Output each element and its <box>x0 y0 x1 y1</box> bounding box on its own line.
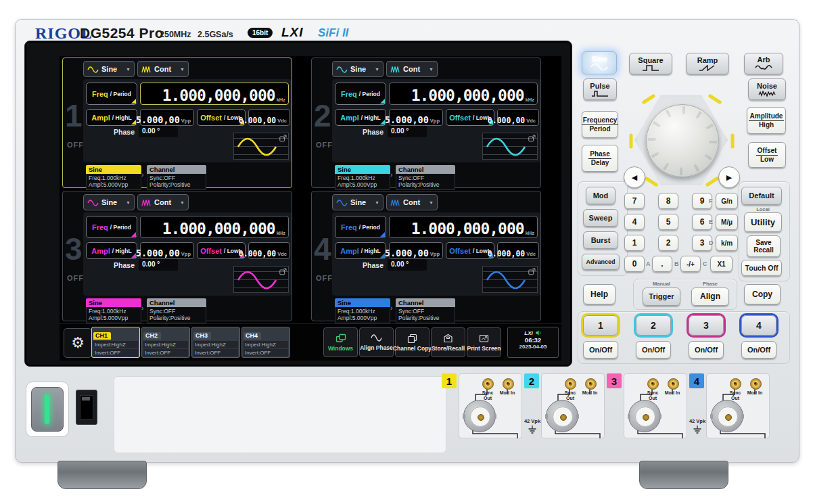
ampl-high-button[interactable]: Ampl / HighL <box>335 109 386 126</box>
cursor-right-button[interactable]: ▶ <box>718 166 740 188</box>
numpad-decimal[interactable]: . <box>652 256 672 272</box>
mode-select-dropdown[interactable]: Cont ▼ <box>137 194 189 210</box>
channel-3-onoff-button[interactable]: On/Off <box>689 341 724 359</box>
unit-mega-micro-key[interactable]: M/µ <box>716 214 738 230</box>
utility-button[interactable]: Utility <box>744 212 782 232</box>
wave-summary-tab[interactable]: Sine Freq:1.000kHz Ampl:5.000Vpp <box>86 165 141 190</box>
help-button[interactable]: Help <box>583 284 615 304</box>
advanced-button[interactable]: Advanced <box>582 254 620 270</box>
waveform-select-dropdown[interactable]: Sine ▼ <box>83 61 135 77</box>
freq-period-button[interactable]: Freq / Period <box>86 83 137 105</box>
phase-value[interactable]: 0.00 ° <box>388 126 427 137</box>
arb-wave-button[interactable]: Arb <box>744 53 783 74</box>
sine-wave-button[interactable]: Sine <box>582 51 617 74</box>
waveform-preview[interactable] <box>233 266 289 293</box>
frequency-period-button[interactable]: FrequencyPeriod <box>582 111 618 138</box>
channel-summary-tab[interactable]: Channel Sync:OFF Polarity:Positive <box>147 298 206 323</box>
wave-summary-tab[interactable]: Sine Freq:1.000kHz Ampl:5.000Vpp <box>86 298 141 323</box>
channel-copy-button[interactable]: Channel Copy <box>395 327 429 357</box>
amplitude-value-display[interactable]: 5.000,00 Vpp <box>389 109 443 126</box>
mode-select-dropdown[interactable]: Cont ▼ <box>386 61 438 77</box>
pulse-wave-button[interactable]: Pulse <box>583 78 617 100</box>
noise-wave-button[interactable]: Noise <box>748 78 786 100</box>
ampl-high-button[interactable]: Ampl / HighL <box>86 109 137 126</box>
settings-gear-button[interactable]: ⚙ <box>64 328 92 358</box>
burst-button[interactable]: Burst <box>583 231 618 249</box>
channel-output-tab[interactable]: CH4 Imped:HighZ Invert:OFF <box>241 327 290 358</box>
channel-2-key[interactable]: 2 <box>636 315 671 336</box>
unit-giga-nano-key[interactable]: G/n <box>716 193 738 209</box>
waveform-preview[interactable] <box>233 133 289 160</box>
numpad-7[interactable]: 7 <box>624 193 645 209</box>
waveform-select-dropdown[interactable]: Sine ▼ <box>332 194 384 210</box>
amplitude-value-display[interactable]: 5.000,00 Vpp <box>140 109 194 126</box>
touch-off-button[interactable]: Touch Off <box>741 260 782 276</box>
save-recall-button[interactable]: Save Recall <box>747 235 781 257</box>
sweep-button[interactable]: Sweep <box>583 209 618 227</box>
copy-button[interactable]: Copy <box>744 284 781 304</box>
mod-button[interactable]: Mod <box>586 187 615 204</box>
phase-value[interactable]: 0.00 ° <box>388 259 427 271</box>
waveform-preview[interactable] <box>482 133 538 160</box>
offset-value-display[interactable]: 0.000,00 Vdc <box>248 109 290 126</box>
offset-low-button[interactable]: OffsetLow <box>748 142 786 168</box>
store-recall-button[interactable]: Store/Recall <box>431 327 465 357</box>
mode-select-dropdown[interactable]: Cont ▼ <box>137 61 189 77</box>
align-button[interactable]: Align <box>691 288 729 306</box>
windows-button[interactable]: Windows <box>323 327 358 357</box>
channel-4-key[interactable]: 4 <box>741 315 776 336</box>
square-wave-button[interactable]: Square <box>629 53 672 74</box>
waveform-select-dropdown[interactable]: Sine ▼ <box>332 61 384 77</box>
numpad-plus-minus[interactable]: -/+ <box>680 256 701 272</box>
numpad-4[interactable]: 4 <box>624 214 645 230</box>
waveform-preview[interactable] <box>482 266 538 293</box>
numpad-5[interactable]: 5 <box>658 214 678 230</box>
mode-select-dropdown[interactable]: Cont ▼ <box>386 194 438 210</box>
numpad-0[interactable]: 0 <box>624 256 645 272</box>
align-phase-button[interactable]: Align Phase <box>359 327 394 357</box>
frequency-value-display[interactable]: 1.000,000,000 kHz <box>140 83 289 105</box>
amplitude-value-display[interactable]: 5.000,00 Vpp <box>140 242 194 259</box>
trigger-button[interactable]: Trigger <box>643 288 680 306</box>
channel-output-tab[interactable]: CH3 Imped:HighZ Invert:OFF <box>191 327 240 358</box>
channel-1-onoff-button[interactable]: On/Off <box>583 341 618 359</box>
channel-summary-tab[interactable]: Channel Sync:OFF Polarity:Positive <box>396 165 455 190</box>
phase-value[interactable]: 0.00 ° <box>139 126 178 137</box>
numpad-8[interactable]: 8 <box>658 193 678 209</box>
channel-4-onoff-button[interactable]: On/Off <box>741 341 776 359</box>
numpad-2[interactable]: 2 <box>658 235 678 251</box>
wave-summary-tab[interactable]: Sine Freq:1.000kHz Ampl:5.000Vpp <box>335 165 390 190</box>
frequency-value-display[interactable]: 1.000,000,000 kHz <box>389 83 538 105</box>
unit-x1-key[interactable]: X1 <box>710 256 733 272</box>
default-button[interactable]: Default <box>741 187 782 205</box>
offset-value-display[interactable]: 0.000,00 Vdc <box>497 242 539 259</box>
frequency-value-display[interactable]: 1.000,000,000 kHz <box>140 216 289 238</box>
ampl-high-button[interactable]: Ampl / HighL <box>335 242 386 259</box>
offset-value-display[interactable]: 0.000,00 Vdc <box>248 242 290 259</box>
amplitude-value-display[interactable]: 5.000,00 Vpp <box>389 242 443 259</box>
rotary-knob[interactable] <box>646 104 719 177</box>
clock-display[interactable]: LXI 06:32 2025-04-05 <box>507 327 559 358</box>
power-button[interactable] <box>31 387 64 432</box>
channel-1-key[interactable]: 1 <box>583 315 618 336</box>
unit-kilo-milli-key[interactable]: k/m <box>716 235 738 251</box>
freq-period-button[interactable]: Freq / Period <box>86 216 137 238</box>
frequency-value-display[interactable]: 1.000,000,000 kHz <box>389 216 538 238</box>
channel-summary-tab[interactable]: Channel Sync:OFF Polarity:Positive <box>147 165 206 190</box>
channel-output-tab[interactable]: CH2 Imped:HighZ Invert:OFF <box>141 327 190 358</box>
channel-3-key[interactable]: 3 <box>689 315 724 336</box>
freq-period-button[interactable]: Freq / Period <box>335 83 386 105</box>
wave-summary-tab[interactable]: Sine Freq:1.000kHz Ampl:5.000Vpp <box>335 298 390 323</box>
ampl-high-button[interactable]: Ampl / HighL <box>86 242 137 259</box>
channel-summary-tab[interactable]: Channel Sync:OFF Polarity:Positive <box>396 298 455 323</box>
offset-value-display[interactable]: 0.000,00 Vdc <box>497 109 539 126</box>
phase-value[interactable]: 0.00 ° <box>139 259 178 271</box>
channel-2-onoff-button[interactable]: On/Off <box>636 341 671 359</box>
print-screen-button[interactable]: Print Screen <box>467 327 501 357</box>
amplitude-high-button[interactable]: AmplitudeHigh <box>747 107 786 134</box>
phase-delay-button[interactable]: PhaseDelay <box>582 145 618 172</box>
touch-screen[interactable]: 1 OFF Sine ▼ Cont ▼ Freq / Period 1.000,… <box>60 56 561 361</box>
waveform-select-dropdown[interactable]: Sine ▼ <box>83 194 135 210</box>
freq-period-button[interactable]: Freq / Period <box>335 216 386 238</box>
channel-output-tab[interactable]: CH1 Imped:HighZ Invert:OFF <box>91 327 140 358</box>
